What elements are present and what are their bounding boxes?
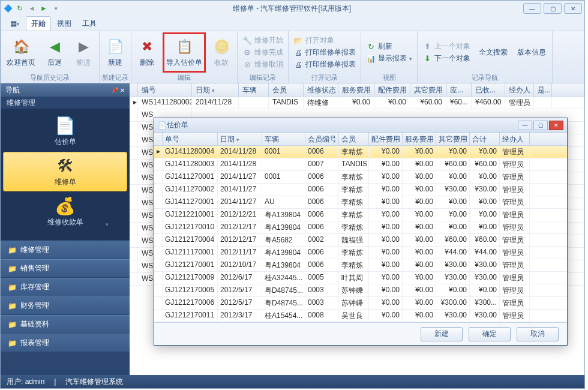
dialog-header-cell[interactable]: 会员编号 bbox=[305, 133, 339, 145]
dialog-cell: 0001 bbox=[262, 146, 305, 158]
dialog-row[interactable]: GJ14112700012014/11/27AU0006李精炼¥0.00¥0.0… bbox=[154, 196, 567, 209]
nav-list-item[interactable]: 📁报表管理 bbox=[1, 334, 130, 352]
grid-header-cell[interactable]: 编号 bbox=[138, 83, 192, 96]
doc-icon: 📄 bbox=[55, 116, 76, 136]
dialog-row[interactable]: GJ12111700012012/11/17粤A1398040006李精炼¥0.… bbox=[154, 247, 567, 259]
grid-header-cell[interactable]: 服务费用 bbox=[338, 83, 374, 96]
dialog-cell: 粤D48745... bbox=[262, 284, 305, 296]
grid-row[interactable]: ▸WS14112800022014/11/28TANDIS待维修¥0.00¥0.… bbox=[130, 97, 584, 109]
dialog-minimize-button[interactable]: — bbox=[518, 121, 532, 130]
nav-list-item[interactable]: 📁销售管理 bbox=[1, 259, 130, 278]
delete-button[interactable]: ✖删除 bbox=[134, 32, 160, 73]
dialog-row[interactable]: GJ14112700012014/11/2700010006李精炼¥0.00¥0… bbox=[154, 171, 567, 184]
dialog-header-cell[interactable]: 经办人 bbox=[500, 133, 530, 145]
dialog-close-button[interactable]: ✕ bbox=[549, 121, 563, 130]
dialog-cell: 2012/10/17 bbox=[218, 259, 262, 271]
file-menu[interactable]: ▦▾ bbox=[5, 17, 25, 29]
qat-dropdown-icon[interactable]: ▾ bbox=[51, 4, 61, 13]
nav-list-item[interactable]: 📁财务管理 bbox=[1, 296, 130, 315]
grid-header-cell[interactable]: 维修状态 bbox=[304, 83, 338, 96]
version-button[interactable]: 版本信息 bbox=[514, 32, 550, 73]
dialog-row[interactable]: GJ12122100012012/12/21粤A1398040006李精炼¥0.… bbox=[154, 209, 567, 221]
forward-qat-icon[interactable]: ► bbox=[39, 4, 49, 13]
grid-header-cell[interactable]: 是... bbox=[534, 83, 552, 96]
dialog-grid-body[interactable]: ▸GJ14112800042014/11/2800010006李精炼¥0.00¥… bbox=[154, 146, 567, 322]
nav-category[interactable]: 维修管理 bbox=[1, 97, 130, 109]
nav-tile-quote[interactable]: 📄估价单 bbox=[1, 112, 130, 151]
grid-header-cell[interactable]: 日期 ▾ bbox=[192, 83, 239, 96]
maximize-button[interactable]: ▢ bbox=[544, 3, 562, 14]
dialog-maximize-button[interactable]: ▢ bbox=[533, 121, 548, 130]
nav-list-item[interactable]: 📁维修管理 bbox=[1, 241, 130, 259]
grid-header-cell[interactable]: 经办人 bbox=[505, 83, 534, 96]
dialog-cell: GJ1212170006 bbox=[163, 297, 218, 309]
group-edit-record: 编辑记录 bbox=[240, 73, 286, 83]
grid-header-cell[interactable]: 配件费用 bbox=[374, 83, 410, 96]
tab-tools[interactable]: 工具 bbox=[77, 17, 101, 31]
delete-icon: ✖ bbox=[137, 37, 157, 56]
dialog-cell: ¥0.00 bbox=[403, 221, 436, 233]
dialog-header-cell[interactable]: 会员 bbox=[339, 133, 369, 145]
minimize-button[interactable]: — bbox=[523, 3, 541, 14]
dialog-cell: 管理员 bbox=[500, 221, 530, 233]
dialog-cell: ¥0.00 bbox=[403, 234, 436, 246]
show-report-button[interactable]: 📊显示报表▾ bbox=[364, 53, 415, 64]
dialog-new-button[interactable]: 新建 bbox=[421, 327, 463, 341]
dialog-header-cell[interactable]: 单号 bbox=[163, 133, 218, 145]
dialog-row[interactable]: GJ12121700052012/5/17粤D48745...0003苏钟嵊¥0… bbox=[154, 284, 567, 297]
dialog-row[interactable]: GJ12121700102012/12/17粤A1398040006李精炼¥0.… bbox=[154, 221, 567, 234]
dialog-header-cell[interactable]: 合计 bbox=[470, 133, 500, 145]
refresh-button[interactable]: ↻刷新 bbox=[364, 41, 415, 52]
back-qat-icon[interactable]: ◄ bbox=[27, 4, 37, 13]
dialog-header-cell[interactable]: 配件费用 bbox=[369, 133, 403, 145]
gear-icon: ⚙ bbox=[242, 48, 252, 58]
dialog-cell: AU bbox=[262, 196, 305, 208]
dialog-cancel-button[interactable]: 取消 bbox=[517, 327, 559, 341]
nav-tile-repair[interactable]: 🛠维修单 bbox=[3, 152, 127, 191]
grid-header-cell[interactable]: 应... bbox=[446, 83, 472, 96]
dialog-row[interactable]: GJ12121700042012/12/17粤A56820002魏福强¥0.00… bbox=[154, 234, 567, 247]
new-button[interactable]: 📄新建 bbox=[102, 32, 128, 73]
dialog-header-cell[interactable] bbox=[154, 133, 163, 145]
grid-header-cell[interactable]: 车辆 bbox=[239, 83, 269, 96]
cancel-icon: ⊘ bbox=[242, 60, 252, 70]
tab-start[interactable]: 开始 bbox=[26, 16, 51, 31]
dialog-ok-button[interactable]: 确定 bbox=[469, 327, 511, 341]
dialog-cell: ¥30.00 bbox=[436, 259, 470, 271]
print-repair-bill-button[interactable]: 🖨打印维修单报表 bbox=[291, 59, 358, 70]
dialog-header-cell[interactable]: 车辆 bbox=[262, 133, 305, 145]
print-repair-button[interactable]: 🖨打印维修单报表 bbox=[291, 47, 358, 58]
dialog-header-cell[interactable]: 服务费用 bbox=[403, 133, 436, 145]
home-button[interactable]: 🏠欢迎首页 bbox=[3, 32, 39, 73]
dialog-cell: 2012/11/17 bbox=[218, 247, 262, 259]
back-button[interactable]: ◀后退 bbox=[41, 32, 68, 73]
nav-tile-payment[interactable]: 💰维修收款单▾ bbox=[1, 193, 130, 237]
grid-header-cell[interactable]: 已收... bbox=[472, 83, 505, 96]
pin-icon[interactable]: 📌 ✕ bbox=[111, 87, 125, 94]
dialog-row[interactable]: GJ12121700112012/3/17桂A15454...0008吴世良¥0… bbox=[154, 310, 567, 322]
dialog-row[interactable]: GJ14112700022014/11/270006李精炼¥0.00¥0.00¥… bbox=[154, 184, 567, 196]
dialog-row[interactable]: ▸GJ14112800042014/11/2800010006李精炼¥0.00¥… bbox=[154, 146, 567, 158]
dialog-header-cell[interactable]: 其它费用 bbox=[436, 133, 470, 145]
dialog-cell: ¥60.00 bbox=[470, 158, 500, 170]
close-button[interactable]: ✕ bbox=[564, 3, 582, 14]
tab-view[interactable]: 视图 bbox=[52, 17, 76, 31]
grid-header-cell[interactable]: 会员 bbox=[269, 83, 304, 96]
nav-list-item[interactable]: 📁库存管理 bbox=[1, 278, 130, 296]
folder-icon: 📁 bbox=[8, 246, 17, 254]
full-search-button[interactable]: 全文搜索 bbox=[475, 32, 511, 73]
dialog-cell: ¥0.00 bbox=[436, 146, 470, 158]
dialog-row[interactable]: GJ14112800032014/11/280007TANDIS¥0.00¥0.… bbox=[154, 158, 567, 171]
import-quote-button[interactable]: 📋导入估价单 bbox=[163, 32, 206, 73]
dialog-row[interactable]: GJ12121700092012/6/17桂A32445...0005叶其周¥0… bbox=[154, 272, 567, 284]
dialog-row[interactable]: GJ12121700012012/10/17粤A1398040006李精炼¥0.… bbox=[154, 259, 567, 272]
next-object-button[interactable]: ⬇下一个对象 bbox=[420, 53, 473, 64]
refresh-icon[interactable]: ↻ bbox=[15, 4, 25, 13]
dialog-cell: ¥0.00 bbox=[436, 209, 470, 221]
grid-header-cell[interactable] bbox=[130, 83, 138, 96]
dialog-cell: ¥0.00 bbox=[369, 310, 403, 322]
nav-list-item[interactable]: 📁基础资料 bbox=[1, 315, 130, 334]
dialog-header-cell[interactable]: 日期 ▾ bbox=[218, 133, 262, 145]
grid-header-cell[interactable]: 其它费用 bbox=[410, 83, 446, 96]
dialog-row[interactable]: GJ12121700062012/5/17粤D48745...0003苏钟嵊¥0… bbox=[154, 297, 567, 310]
